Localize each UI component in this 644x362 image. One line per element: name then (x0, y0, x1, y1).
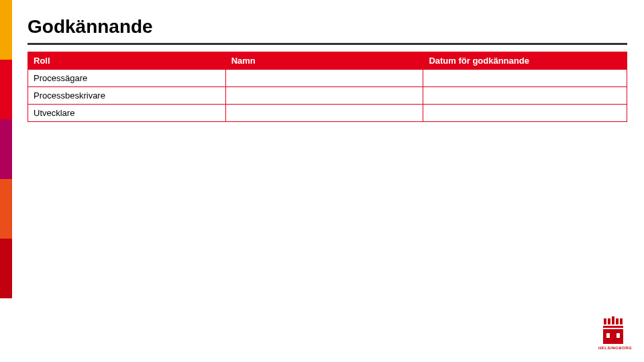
helsingborg-logo: HELSINGBORG (598, 316, 628, 350)
table-row: Utvecklare (28, 105, 627, 122)
col-header-namn: Namn (225, 52, 423, 70)
cell-datum (423, 70, 627, 87)
logo-crown-icon (604, 316, 623, 324)
sidebar-seg-1 (0, 0, 12, 60)
title-underline (28, 43, 627, 45)
approval-table: Roll Namn Datum för godkännande Processä… (28, 52, 627, 122)
sidebar-seg-2 (0, 60, 12, 119)
table-row: Processbeskrivare (28, 87, 627, 105)
decorative-sidebar (0, 0, 12, 298)
cell-namn (225, 105, 423, 122)
logo-castle-icon (603, 329, 623, 344)
cell-datum (423, 87, 627, 105)
col-header-datum: Datum för godkännande (423, 52, 627, 70)
page-title: Godkännande (28, 16, 627, 42)
table-row: Processägare (28, 70, 627, 87)
sidebar-seg-4 (0, 179, 12, 239)
logo-text: HELSINGBORG (598, 346, 628, 350)
cell-namn (225, 87, 423, 105)
table-header-row: Roll Namn Datum för godkännande (28, 52, 627, 70)
cell-datum (423, 105, 627, 122)
cell-namn (225, 70, 423, 87)
slide-content: Godkännande Roll Namn Datum för godkänna… (28, 16, 627, 122)
col-header-roll: Roll (28, 52, 226, 70)
logo-band (603, 326, 623, 328)
sidebar-seg-5 (0, 239, 12, 298)
cell-roll: Utvecklare (28, 105, 226, 122)
cell-roll: Processägare (28, 70, 226, 87)
sidebar-seg-3 (0, 119, 12, 179)
cell-roll: Processbeskrivare (28, 87, 226, 105)
